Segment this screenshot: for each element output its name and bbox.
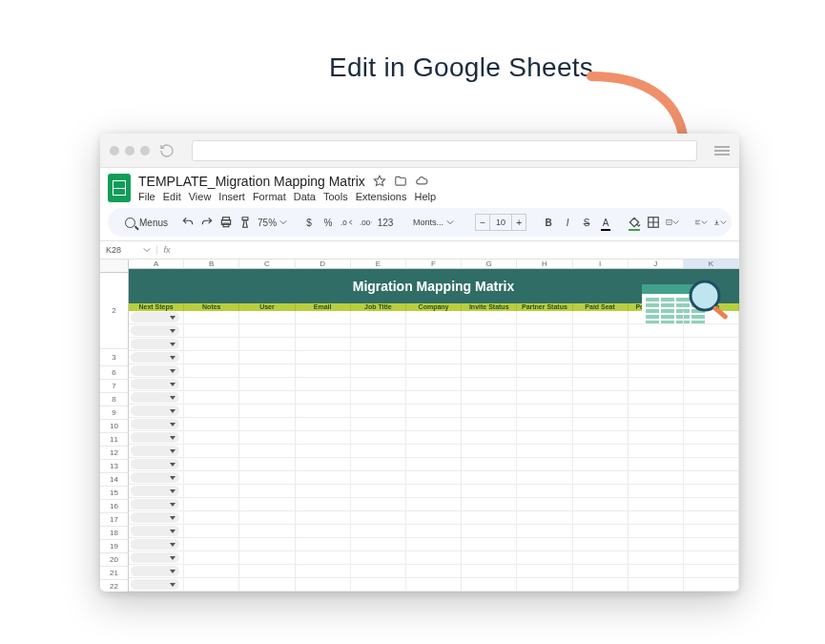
reload-icon[interactable] bbox=[159, 143, 175, 158]
cell[interactable] bbox=[296, 471, 351, 485]
dropdown-chip[interactable] bbox=[131, 419, 179, 429]
cell[interactable] bbox=[296, 525, 351, 538]
cell[interactable] bbox=[462, 324, 517, 338]
row-header[interactable]: 15 bbox=[100, 487, 129, 500]
cell[interactable] bbox=[517, 578, 572, 592]
cell[interactable] bbox=[629, 471, 684, 485]
cell[interactable] bbox=[517, 431, 572, 445]
dropdown-chip[interactable] bbox=[131, 552, 179, 563]
row-header[interactable]: 21 bbox=[100, 567, 129, 580]
cell[interactable] bbox=[629, 338, 684, 351]
cell[interactable] bbox=[629, 458, 684, 471]
cell[interactable] bbox=[573, 471, 629, 485]
cell[interactable] bbox=[462, 405, 517, 418]
cell[interactable] bbox=[239, 511, 295, 525]
dropdown-chip[interactable] bbox=[131, 446, 179, 456]
cell[interactable] bbox=[684, 311, 739, 324]
format-number-button[interactable]: 123 bbox=[379, 213, 392, 232]
cell[interactable] bbox=[239, 538, 295, 551]
cell[interactable] bbox=[573, 498, 629, 511]
cell[interactable] bbox=[351, 538, 406, 551]
dropdown-chip[interactable] bbox=[131, 472, 179, 483]
dropdown-chip[interactable] bbox=[131, 325, 179, 336]
cell[interactable] bbox=[462, 431, 517, 445]
cell[interactable] bbox=[517, 418, 572, 431]
cell[interactable] bbox=[629, 364, 684, 378]
row-header[interactable]: 22 bbox=[100, 580, 129, 592]
font-size-increase[interactable]: + bbox=[511, 214, 526, 231]
cell[interactable] bbox=[462, 364, 517, 378]
merge-icon[interactable] bbox=[666, 213, 679, 232]
cell[interactable] bbox=[184, 538, 239, 551]
cell[interactable] bbox=[239, 445, 295, 458]
cell[interactable] bbox=[517, 565, 572, 578]
cell[interactable] bbox=[406, 431, 462, 445]
cell[interactable] bbox=[351, 338, 406, 351]
cell[interactable] bbox=[684, 578, 739, 592]
cell[interactable] bbox=[351, 525, 406, 538]
cell[interactable] bbox=[629, 525, 684, 538]
cell[interactable] bbox=[462, 445, 517, 458]
row-header[interactable]: 16 bbox=[100, 500, 129, 513]
menu-insert[interactable]: Insert bbox=[218, 191, 245, 202]
strike-button[interactable]: S bbox=[580, 213, 593, 232]
cell[interactable] bbox=[296, 578, 351, 592]
cell[interactable] bbox=[462, 498, 517, 511]
menus-search[interactable]: Menus bbox=[117, 215, 175, 231]
cell[interactable] bbox=[406, 458, 462, 471]
cell[interactable] bbox=[629, 485, 684, 498]
cell[interactable] bbox=[629, 498, 684, 511]
cell[interactable] bbox=[296, 338, 351, 351]
cell[interactable] bbox=[184, 405, 239, 418]
cell[interactable] bbox=[129, 391, 184, 405]
table-header-cell[interactable]: Partner Status bbox=[517, 303, 572, 311]
cell[interactable] bbox=[239, 578, 295, 592]
cell[interactable] bbox=[184, 471, 239, 485]
dropdown-chip[interactable] bbox=[131, 486, 179, 496]
cell[interactable] bbox=[296, 418, 351, 431]
cell[interactable] bbox=[129, 431, 184, 445]
cell[interactable] bbox=[684, 498, 739, 511]
cell[interactable] bbox=[517, 378, 572, 391]
cell[interactable] bbox=[296, 445, 351, 458]
dropdown-chip[interactable] bbox=[131, 566, 179, 576]
cell[interactable] bbox=[239, 471, 295, 485]
cell[interactable] bbox=[184, 445, 239, 458]
cell[interactable] bbox=[129, 311, 184, 324]
currency-button[interactable]: $ bbox=[302, 213, 316, 232]
cell[interactable] bbox=[296, 565, 351, 578]
dropdown-chip[interactable] bbox=[131, 499, 179, 509]
cell[interactable] bbox=[406, 538, 462, 551]
menu-view[interactable]: View bbox=[189, 191, 212, 202]
cell[interactable] bbox=[517, 364, 572, 378]
cell[interactable] bbox=[351, 405, 406, 418]
cell[interactable] bbox=[184, 418, 239, 431]
cell[interactable] bbox=[406, 565, 462, 578]
cell[interactable] bbox=[629, 378, 684, 391]
dropdown-chip[interactable] bbox=[131, 432, 179, 443]
cell[interactable] bbox=[629, 351, 684, 364]
dropdown-chip[interactable] bbox=[131, 339, 179, 349]
cell[interactable] bbox=[517, 538, 572, 551]
font-size-value[interactable]: 10 bbox=[490, 214, 511, 231]
table-header-cell[interactable]: Paid Seat bbox=[573, 303, 629, 311]
dropdown-chip[interactable] bbox=[131, 512, 179, 523]
cell[interactable] bbox=[573, 551, 629, 565]
cell[interactable] bbox=[296, 538, 351, 551]
cell[interactable] bbox=[462, 525, 517, 538]
cell[interactable] bbox=[684, 418, 739, 431]
cell[interactable] bbox=[462, 458, 517, 471]
table-header-cell[interactable]: Company bbox=[406, 303, 462, 311]
cell[interactable] bbox=[684, 445, 739, 458]
column-header[interactable]: J bbox=[629, 260, 684, 269]
cell[interactable] bbox=[184, 565, 239, 578]
column-header[interactable]: B bbox=[184, 260, 239, 269]
column-header[interactable]: F bbox=[406, 260, 462, 269]
cell[interactable] bbox=[684, 485, 739, 498]
cell[interactable] bbox=[239, 458, 295, 471]
menu-format[interactable]: Format bbox=[253, 191, 286, 202]
cell[interactable] bbox=[629, 578, 684, 592]
cell[interactable] bbox=[629, 538, 684, 551]
cell[interactable] bbox=[129, 578, 184, 592]
cell[interactable] bbox=[573, 511, 629, 525]
